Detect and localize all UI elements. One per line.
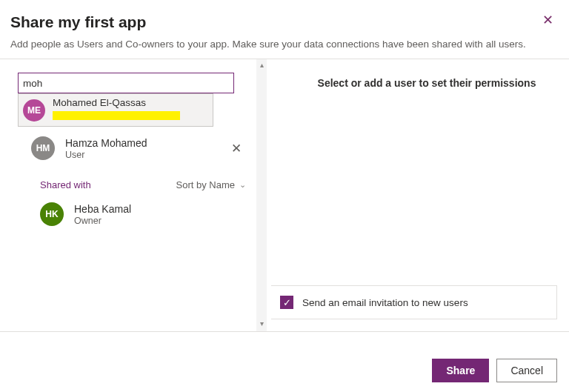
permissions-placeholder: Select or add a user to set their permis…	[296, 77, 557, 89]
shared-user-role: Owner	[74, 216, 131, 226]
suggestion-item[interactable]: ME Mohamed El-Qassas	[18, 93, 213, 127]
shared-with-label: Shared with	[40, 179, 91, 190]
avatar: HK	[40, 202, 64, 226]
sort-dropdown[interactable]: Sort by Name ⌄	[176, 179, 246, 190]
pending-user-role: User	[65, 150, 147, 160]
close-icon[interactable]: ✕	[541, 13, 554, 27]
pending-user-row[interactable]: HM Hamza Mohamed User ✕	[18, 133, 252, 163]
scroll-down-icon[interactable]: ▾	[256, 319, 267, 330]
sort-label: Sort by Name	[176, 179, 235, 190]
pending-user-name: Hamza Mohamed	[65, 137, 147, 149]
dialog-title: Share my first app	[10, 13, 146, 31]
people-search-input[interactable]	[23, 78, 229, 89]
people-search-box[interactable]	[18, 73, 234, 93]
chevron-down-icon: ⌄	[239, 180, 246, 190]
scroll-up-icon[interactable]: ▴	[256, 61, 267, 71]
avatar: HM	[31, 136, 55, 160]
shared-user-row[interactable]: HK Heba Kamal Owner	[40, 202, 252, 226]
avatar: ME	[23, 99, 45, 122]
email-invite-checkbox[interactable]: ✓	[280, 296, 293, 309]
cancel-button[interactable]: Cancel	[496, 359, 557, 382]
dialog-subtitle: Add people as Users and Co-owners to you…	[0, 39, 569, 59]
suggestion-name: Mohamed El-Qassas	[53, 97, 180, 108]
scrollbar[interactable]: ▴ ▾	[256, 59, 267, 331]
suggestion-email-redacted	[53, 110, 180, 123]
remove-user-icon[interactable]: ✕	[231, 141, 244, 156]
email-invite-row: ✓ Send an email invitation to new users	[271, 285, 557, 319]
email-invite-label: Send an email invitation to new users	[302, 297, 468, 308]
share-button[interactable]: Share	[432, 359, 489, 382]
shared-user-name: Heba Kamal	[74, 203, 131, 215]
